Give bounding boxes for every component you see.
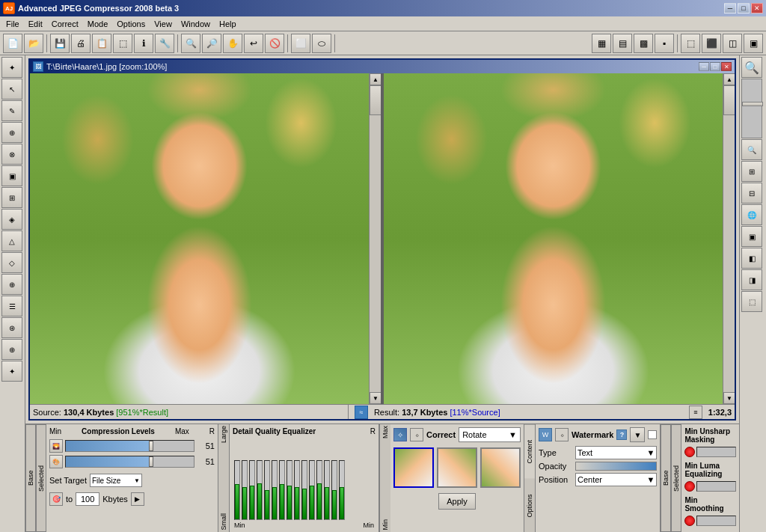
scroll-thumb-left[interactable] (370, 85, 381, 115)
target-action-btn[interactable]: ▶ (131, 492, 144, 506)
sidebar-tool-10[interactable]: ◇ (1, 252, 22, 273)
image-maximize-button[interactable]: □ (710, 62, 720, 71)
toolbar-btn3[interactable]: 📋 (92, 34, 111, 53)
right-tool-4[interactable]: ⊟ (741, 183, 762, 204)
toolbar-btn7[interactable]: ↩ (244, 34, 263, 53)
apply-button[interactable]: Apply (438, 493, 476, 510)
file-size-dropdown[interactable]: File Size ▼ (90, 474, 142, 487)
right-tool-5[interactable]: 🌐 (741, 204, 762, 225)
menu-view[interactable]: View (150, 18, 177, 30)
sidebar-tool-5[interactable]: ⊗ (1, 144, 22, 165)
toolbar-save2[interactable]: 🖨 (71, 34, 91, 53)
toolbar-r7[interactable]: ◫ (723, 34, 742, 53)
scroll-down-btn[interactable]: ▼ (370, 392, 381, 404)
right-tool-3[interactable]: ⊞ (741, 161, 762, 182)
sidebar-tool-4[interactable]: ⊕ (1, 122, 22, 143)
scroll-up-btn-r[interactable]: ▲ (723, 73, 735, 85)
menu-window[interactable]: Window (177, 18, 215, 30)
thumbnail-1[interactable] (393, 447, 434, 488)
luma-slider[interactable] (696, 481, 736, 492)
scroll-thumb-right[interactable] (723, 85, 735, 115)
menu-edit[interactable]: Edit (24, 18, 47, 30)
type-dropdown[interactable]: Text ▼ (575, 446, 657, 459)
eq-bar-14[interactable] (331, 460, 337, 520)
eq-bar-4[interactable] (257, 460, 263, 520)
eq-bar-3[interactable] (249, 460, 255, 520)
target-value-input[interactable]: 100 (76, 492, 99, 506)
toolbar-r3[interactable]: ▩ (634, 34, 653, 53)
scroll-down-btn-r[interactable]: ▼ (723, 392, 735, 404)
sidebar-tool-9[interactable]: △ (1, 230, 22, 251)
right-tool-1[interactable]: 🔍 (741, 57, 762, 78)
thumbnail-2[interactable] (437, 447, 477, 488)
toolbar-new[interactable]: 📄 (3, 34, 22, 53)
watermark-help-button[interactable]: ? (616, 429, 627, 440)
eq-bar-2[interactable] (242, 460, 248, 520)
result-vscrollbar[interactable]: ▲ ▼ (723, 73, 735, 404)
toolbar-stop[interactable]: 🚫 (265, 34, 284, 53)
toolbar-r8[interactable]: ▣ (744, 34, 763, 53)
position-dropdown[interactable]: Center ▼ (575, 473, 657, 486)
menu-file[interactable]: File (1, 18, 24, 30)
smoothing-slider[interactable] (696, 516, 736, 526)
close-button[interactable]: ✕ (751, 3, 763, 13)
toolbar-zoom-out[interactable]: 🔎 (202, 34, 221, 53)
source-vscrollbar[interactable]: ▲ ▼ (369, 73, 381, 404)
sidebar-tool-2[interactable]: ↖ (1, 79, 22, 100)
menu-help[interactable]: Help (215, 18, 241, 30)
eq-bar-10[interactable] (301, 460, 307, 520)
right-tool-8[interactable]: ◨ (741, 269, 762, 290)
toolbar-select[interactable]: ⬜ (291, 34, 310, 53)
eq-bar-12[interactable] (316, 460, 322, 520)
eq-bar-5[interactable] (264, 460, 270, 520)
right-tool-6[interactable]: ▣ (741, 226, 762, 247)
content-tab-label[interactable]: Content (524, 424, 535, 479)
sidebar-tool-13[interactable]: ⊛ (1, 317, 22, 338)
right-tool-7[interactable]: ◧ (741, 248, 762, 269)
toolbar-r1[interactable]: ▦ (592, 34, 611, 53)
toolbar-r5[interactable]: ⬚ (681, 34, 700, 53)
thumbnail-3[interactable] (480, 447, 521, 488)
unsharp-slider[interactable] (696, 447, 736, 457)
toolbar-save[interactable]: 💾 (50, 34, 70, 53)
sidebar-tool-3[interactable]: ✎ (1, 100, 22, 121)
tab-selected-2[interactable]: Selected (671, 424, 681, 532)
toolbar-btn5[interactable]: ℹ (134, 34, 153, 53)
scroll-up-btn[interactable]: ▲ (370, 73, 381, 85)
opacity-slider[interactable] (575, 462, 657, 471)
quality-slider-2[interactable] (65, 456, 194, 468)
watermark-dropdown-btn[interactable]: ▼ (630, 427, 645, 442)
eq-bar-15[interactable] (339, 460, 345, 520)
toolbar-pan[interactable]: ✋ (223, 34, 242, 53)
sidebar-tool-15[interactable]: ✦ (1, 361, 22, 382)
zoom-track[interactable] (741, 79, 762, 138)
eq-bar-9[interactable] (294, 460, 300, 520)
sidebar-tool-8[interactable]: ◈ (1, 209, 22, 230)
sidebar-tool-11[interactable]: ⊕ (1, 274, 22, 295)
sidebar-tool-6[interactable]: ▣ (1, 165, 22, 186)
sidebar-tool-14[interactable]: ⊕ (1, 339, 22, 360)
eq-bar-8[interactable] (287, 460, 292, 520)
toolbar-r2[interactable]: ▤ (613, 34, 632, 53)
image-close-button[interactable]: ✕ (721, 62, 732, 71)
toolbar-open[interactable]: 📂 (24, 34, 43, 53)
rotate-dropdown[interactable]: Rotate ▼ (459, 427, 521, 442)
minimize-button[interactable]: ─ (724, 3, 736, 13)
eq-bar-13[interactable] (324, 460, 330, 520)
eq-bar-7[interactable] (279, 460, 285, 520)
toolbar-btn4[interactable]: ⬚ (113, 34, 132, 53)
toolbar-r6[interactable]: ⬛ (702, 34, 721, 53)
quality-slider-1[interactable] (65, 440, 194, 452)
toolbar-zoom-in[interactable]: 🔍 (181, 34, 200, 53)
sidebar-tool-12[interactable]: ☰ (1, 296, 22, 317)
toolbar-btn6[interactable]: 🔧 (155, 34, 174, 53)
toolbar-r4[interactable]: ▪ (655, 34, 674, 53)
sidebar-tool-7[interactable]: ⊞ (1, 187, 22, 208)
right-tool-9[interactable]: ⬚ (741, 291, 762, 312)
right-tool-2[interactable]: 🔍 (741, 139, 762, 160)
menu-mode[interactable]: Mode (83, 18, 113, 30)
sidebar-tool-1[interactable]: ✦ (1, 57, 22, 78)
menu-options[interactable]: Options (112, 18, 150, 30)
watermark-checkbox[interactable] (648, 430, 657, 439)
maximize-button[interactable]: □ (738, 3, 750, 13)
